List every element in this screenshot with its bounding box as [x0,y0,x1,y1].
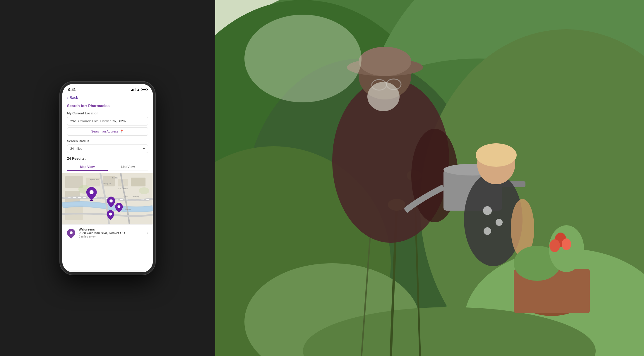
svg-rect-1 [65,176,83,188]
radius-section: Search Radius 24 miles ▾ [62,139,153,156]
map-area[interactable]: Крестьянск... Тэх Ник varsity 19 SPICHKI… [62,173,153,224]
svg-text:Underdog: Underdog [132,196,139,197]
svg-rect-5 [131,178,145,186]
search-address-button[interactable]: Search an Address 📍 [67,127,148,136]
phone-screen: 9:41 ▲ ‹ Back [62,84,153,272]
location-input[interactable] [67,117,148,125]
svg-text:SPICHKI Bar: SPICHKI Bar [118,188,128,190]
search-category: Pharmacies [88,104,109,108]
svg-point-63 [549,239,560,252]
radius-select[interactable]: 24 miles ▾ [67,145,148,153]
tab-list-view[interactable]: List View [108,163,148,171]
battery-icon [141,88,147,91]
location-section-label: My Current Location [67,111,148,115]
svg-point-57 [484,227,491,235]
svg-text:varsity 19: varsity 19 [103,183,111,185]
tabs-bar: Map View List View [67,163,148,171]
search-prefix: Search for: [67,104,88,108]
status-icons: ▲ [131,88,147,91]
svg-point-65 [244,15,362,102]
result-address: 2920 Colorado Blvd, Denver CO [79,231,147,235]
map-svg: Крестьянск... Тэх Ник varsity 19 SPICHKI… [62,173,153,224]
svg-text:Тэх Ник: Тэх Ник [112,177,118,179]
result-distance: 3 miles away [79,235,147,238]
svg-point-21 [109,212,112,215]
svg-point-46 [367,82,400,111]
chevron-down-icon: ▾ [143,147,145,151]
search-for-label: Search for: Pharmacies [62,102,153,111]
right-panel [215,0,644,356]
tab-map-view[interactable]: Map View [67,163,108,171]
wifi-icon: ▲ [137,88,140,91]
svg-point-9 [139,187,149,194]
svg-point-19 [109,199,113,202]
location-section: My Current Location Search an Address 📍 [62,111,153,139]
status-bar: 9:41 ▲ [62,84,153,93]
app-content: ‹ Back Search for: Pharmacies My Current… [62,93,153,270]
back-button[interactable]: ‹ Back [62,93,153,102]
back-label: Back [70,95,78,100]
result-item[interactable]: Walgreens 2920 Colorado Blvd, Denver CO … [62,224,153,241]
signal-icon [131,88,136,91]
result-pin-icon [65,227,77,239]
garden-photo [215,0,644,356]
status-time: 9:41 [68,87,76,92]
svg-point-64 [562,238,571,250]
results-section: 24 Results: Map View List View [62,156,153,173]
radius-value: 24 miles [70,147,82,150]
left-panel: 9:41 ▲ ‹ Back [0,0,215,356]
svg-point-56 [496,219,503,226]
radius-label: Search Radius [67,139,148,143]
svg-point-17 [90,190,94,194]
svg-text:Крестьянск...: Крестьянск... [90,179,101,180]
svg-text:Enza: Enza [124,196,128,197]
result-store-name: Walgreens [79,228,147,231]
svg-point-55 [483,206,492,215]
result-info: Walgreens 2920 Colorado Blvd, Denver CO … [79,228,147,238]
svg-point-53 [476,143,517,167]
svg-point-20 [117,205,120,208]
results-count: 24 Results: [67,156,148,161]
back-chevron-icon: ‹ [67,95,68,100]
svg-rect-18 [90,200,93,201]
result-chevron-icon: › [147,231,148,235]
svg-text:Хуткая: Хуткая [125,208,131,210]
location-pin-icon: 📍 [120,130,124,133]
search-address-label: Search an Address [91,130,119,133]
phone-mockup: 9:41 ▲ ‹ Back [60,82,155,275]
svg-point-43 [359,47,411,76]
